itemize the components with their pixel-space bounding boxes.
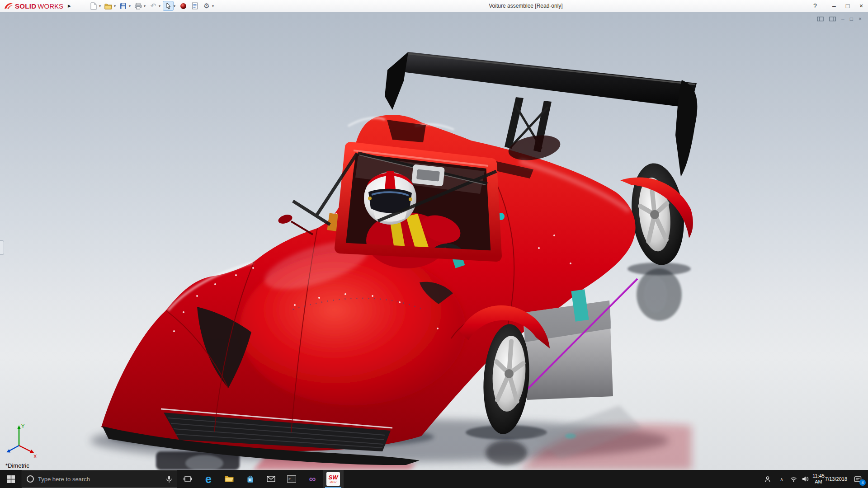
visual-studio-icon: ∞ — [309, 474, 316, 484]
dassault-swirl-icon — [4, 2, 14, 10]
undo-button[interactable]: ↶ — [148, 1, 159, 11]
titlebar: SOLIDWORKS ▶ ▾ ▾ — [0, 0, 868, 12]
show-hidden-icons-button[interactable]: ∧ — [776, 470, 788, 488]
mail-icon — [267, 476, 275, 482]
microphone-icon[interactable] — [166, 475, 172, 483]
view-sphere-button[interactable] — [178, 1, 189, 11]
undo-icon: ↶ — [151, 2, 156, 10]
taskbar-edge-button[interactable]: e — [198, 470, 219, 488]
save-floppy-icon — [120, 3, 127, 9]
document-window-controls: – □ × — [817, 16, 862, 22]
new-document-icon — [90, 2, 97, 10]
select-tool-button[interactable] — [163, 1, 174, 11]
view-sphere-icon — [180, 3, 187, 9]
doc-minimize-button[interactable]: – — [841, 16, 844, 22]
new-document-button[interactable] — [88, 1, 99, 11]
standard-toolbar: ▾ ▾ ▾ — [87, 1, 215, 11]
notification-badge: 4 — [859, 479, 866, 486]
help-button[interactable]: ? — [808, 0, 822, 12]
save-dropdown-caret[interactable]: ▾ — [129, 4, 131, 8]
orientation-triad[interactable]: X Y — [4, 422, 42, 460]
taskbar-file-explorer-button[interactable] — [219, 470, 240, 488]
windows-taskbar: Type here to search e — [0, 470, 868, 488]
file-properties-icon — [192, 2, 198, 9]
window-controls: ? – □ × — [808, 0, 868, 12]
taskbar-command-prompt-button[interactable]: >_ — [281, 470, 302, 488]
taskbar-solidworks-button[interactable]: SW 2017 — [323, 470, 344, 488]
search-box[interactable]: Type here to search — [22, 470, 177, 488]
doc-close-button[interactable]: × — [859, 16, 862, 22]
solidworks-logo[interactable]: SOLIDWORKS — [0, 2, 65, 10]
logo-text-solid: SOLID — [15, 2, 36, 10]
action-center-button[interactable]: 4 — [847, 470, 868, 488]
taskbar-store-button[interactable] — [240, 470, 260, 488]
pane-right-icon[interactable] — [829, 16, 836, 22]
menu-flyout-arrow[interactable]: ▶ — [68, 4, 71, 8]
undo-dropdown-caret[interactable]: ▾ — [159, 4, 160, 8]
command-prompt-icon: >_ — [287, 475, 296, 483]
logo-text-works: WORKS — [38, 2, 63, 10]
windows-logo-icon — [7, 475, 15, 483]
doc-restore-button[interactable]: □ — [850, 16, 853, 22]
select-dropdown-caret[interactable]: ▾ — [174, 4, 175, 8]
file-explorer-icon — [225, 475, 234, 483]
open-folder-icon — [104, 3, 112, 9]
options-button[interactable]: ⚙ — [201, 1, 212, 11]
system-tray: ∧ 11:45 AM 7/13/2018 — [760, 470, 868, 488]
open-button[interactable] — [103, 1, 114, 11]
open-dropdown-caret[interactable]: ▾ — [114, 4, 116, 8]
edge-icon: e — [205, 474, 212, 485]
minimize-button[interactable]: – — [827, 0, 841, 12]
solidworks-window: SOLIDWORKS ▶ ▾ ▾ — [0, 0, 868, 488]
view-orientation-label: *Dimetric — [5, 462, 29, 469]
microsoft-store-icon — [246, 475, 254, 483]
people-icon — [764, 476, 771, 483]
model-viewport-canvas[interactable] — [0, 12, 868, 470]
new-dropdown-caret[interactable]: ▾ — [99, 4, 101, 8]
task-view-button[interactable] — [177, 470, 198, 488]
task-view-icon — [184, 475, 192, 483]
file-properties-button[interactable] — [189, 1, 200, 11]
axis-y-label: Y — [21, 423, 25, 429]
options-dropdown-caret[interactable]: ▾ — [212, 4, 214, 8]
close-button[interactable]: × — [854, 0, 868, 12]
chevron-up-icon: ∧ — [780, 477, 783, 482]
start-button[interactable] — [0, 470, 22, 488]
save-button[interactable] — [118, 1, 129, 11]
network-button[interactable] — [788, 470, 799, 488]
pane-left-icon[interactable] — [817, 16, 824, 22]
taskbar-mail-button[interactable] — [260, 470, 281, 488]
graphics-area[interactable]: – □ × X Y *Dimetric — [0, 12, 868, 470]
solidworks-2017-icon: SW 2017 — [326, 472, 340, 486]
cortana-icon — [27, 475, 34, 483]
speaker-icon — [802, 476, 809, 482]
options-gear-icon: ⚙ — [203, 2, 209, 10]
clock-date: 7/13/2018 — [825, 476, 847, 482]
taskbar-clock[interactable]: 11:45 AM 7/13/2018 — [812, 470, 847, 488]
roof-intake — [411, 164, 445, 186]
wifi-icon — [790, 476, 797, 482]
document-title: Voiture assemblee [Read-only] — [489, 0, 562, 12]
search-placeholder: Type here to search — [38, 476, 162, 483]
featuremanager-flyout-tab[interactable] — [0, 240, 4, 255]
axis-x-label: X — [33, 454, 37, 459]
maximize-button[interactable]: □ — [841, 0, 854, 12]
print-icon — [134, 3, 142, 9]
print-dropdown-caret[interactable]: ▾ — [144, 4, 146, 8]
clock-time: 11:45 AM — [812, 473, 825, 485]
select-cursor-icon — [165, 2, 171, 9]
taskbar-visual-studio-button[interactable]: ∞ — [302, 470, 323, 488]
volume-button[interactable] — [799, 470, 812, 488]
people-button[interactable] — [760, 470, 776, 488]
rear-right-wheel[interactable] — [627, 161, 689, 268]
print-button[interactable] — [133, 1, 144, 11]
